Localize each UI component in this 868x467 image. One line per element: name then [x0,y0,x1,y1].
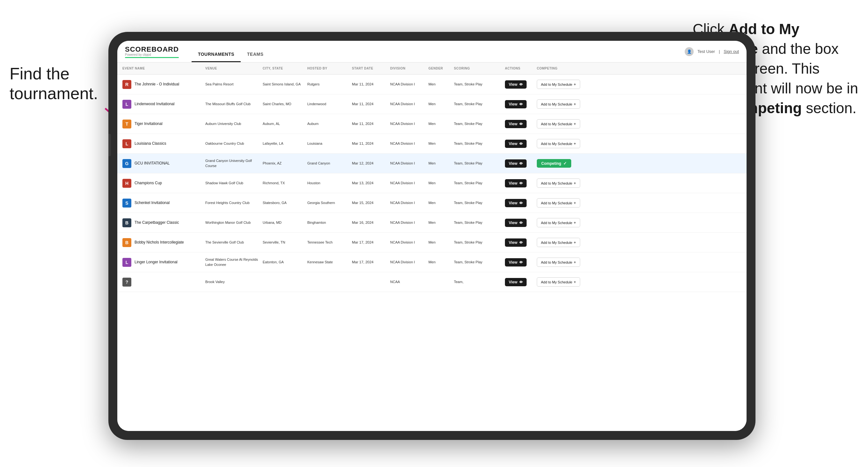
add-to-schedule-button[interactable]: Add to My Schedule + [537,80,580,89]
actions-cell: View 👁 [505,100,537,108]
scoring-cell: Team, Stroke Play [454,200,505,205]
annotation-left: Find the tournament. [9,64,121,103]
event-name-text: Bobby Nichols Intercollegiate [134,240,184,245]
user-name: Test User [698,49,715,54]
plus-icon: + [574,102,576,106]
view-button[interactable]: View 👁 [505,219,527,227]
plus-icon: + [574,181,576,186]
add-to-schedule-button[interactable]: Add to My Schedule + [537,257,580,267]
view-button[interactable]: View 👁 [505,199,527,207]
add-to-schedule-button[interactable]: Add to My Schedule + [537,99,580,109]
table-container: EVENT NAME VENUE CITY, STATE HOSTED BY S… [117,62,747,431]
venue-cell: Forest Heights Country Club [205,200,263,205]
actions-cell: View 👁 [505,120,537,128]
add-to-schedule-button[interactable]: Add to My Schedule + [537,218,580,227]
add-to-schedule-button[interactable]: Add to My Schedule + [537,238,580,247]
division-cell: NCAA Division I [390,240,428,245]
view-button[interactable]: View 👁 [505,120,527,128]
hosted-by-cell: Tennessee Tech [307,240,352,245]
table-row: G GCU INVITATIONAL Grand Canyon Universi… [117,154,747,174]
header-right: 👤 Test User | Sign out [685,47,739,56]
event-name-cell: L Lindenwood Invitational [122,100,205,109]
team-logo: B [122,218,131,227]
event-name-text: Tiger Invitational [134,121,162,127]
table-header-row: EVENT NAME VENUE CITY, STATE HOSTED BY S… [117,62,747,74]
plus-icon: + [574,260,576,264]
logo-area: SCOREBOARD Powered by clippd [125,45,179,58]
division-cell: NCAA Division I [390,82,428,87]
hosted-by-cell: Auburn [307,121,352,126]
scoring-cell: Team, Stroke Play [454,181,505,186]
tab-tournaments[interactable]: TOURNAMENTS [192,52,241,62]
event-name-cell: S Schenkel Invitational [122,198,205,208]
event-name-text: GCU INVITATIONAL [134,161,169,166]
view-button[interactable]: View 👁 [505,278,527,286]
view-button[interactable]: View 👁 [505,80,527,89]
add-to-schedule-button[interactable]: Add to My Schedule + [537,139,580,148]
view-button[interactable]: View 👁 [505,159,527,168]
venue-cell: The Missouri Bluffs Golf Club [205,102,263,106]
separator: | [719,49,720,54]
team-logo: L [122,139,131,148]
city-state-cell: Saint Charles, MO [263,102,307,106]
view-label: View [509,181,517,186]
add-to-schedule-button[interactable]: Add to My Schedule + [537,198,580,208]
team-logo: ? [122,278,131,287]
actions-cell: View 👁 [505,179,537,187]
view-button[interactable]: View 👁 [505,179,527,187]
venue-cell: Great Waters Course At Reynolds Lake Oco… [205,257,263,267]
view-button[interactable]: View 👁 [505,239,527,247]
user-avatar: 👤 [685,47,694,56]
actions-cell: View 👁 [505,258,537,267]
eye-icon: 👁 [519,102,523,106]
gender-cell: Men [428,240,454,245]
tab-teams[interactable]: TEAMS [241,52,270,62]
team-logo: L [122,100,131,109]
division-cell: NCAA Division I [390,181,428,186]
table-body: R The Johnnie - O Individual Sea Palms R… [117,74,747,431]
plus-icon: + [574,82,576,87]
hosted-by-cell: Rutgers [307,82,352,87]
scoring-cell: Team, [454,280,505,284]
competing-cell: Competing ✓ [537,159,600,168]
competing-cell: Add to My Schedule + [537,238,600,247]
gender-cell: Men [428,161,454,166]
signout-link[interactable]: Sign out [723,49,739,54]
table-row: T Tiger Invitational Auburn University C… [117,114,747,134]
eye-icon: 👁 [519,221,523,225]
scoring-cell: Team, Stroke Play [454,141,505,146]
venue-cell: Grand Canyon University Golf Course [205,158,263,168]
competing-cell: Add to My Schedule + [537,179,600,188]
add-schedule-label: Add to My Schedule [541,122,572,126]
division-cell: NCAA Division I [390,102,428,106]
event-name-text: Schenkel Invitational [134,200,169,206]
add-schedule-label: Add to My Schedule [541,241,572,245]
venue-cell: Worthington Manor Golf Club [205,220,263,225]
view-button[interactable]: View 👁 [505,258,527,267]
start-date-cell: Mar 12, 2024 [352,161,390,166]
add-to-schedule-button[interactable]: Add to My Schedule + [537,277,580,287]
add-to-schedule-button[interactable]: Add to My Schedule + [537,179,580,188]
view-button[interactable]: View 👁 [505,139,527,148]
start-date-cell: Mar 13, 2024 [352,180,390,186]
city-state-cell: Sevierville, TN [263,240,307,245]
plus-icon: + [574,280,576,284]
competing-button[interactable]: Competing ✓ [537,159,571,168]
table-row: L Louisiana Classics Oakbourne Country C… [117,134,747,154]
view-button[interactable]: View 👁 [505,100,527,108]
team-logo: H [122,179,131,188]
competing-cell: Add to My Schedule + [537,277,600,287]
start-date-cell: Mar 16, 2024 [352,220,390,225]
city-state-cell: Statesboro, GA [263,200,307,205]
city-state-cell: Phoenix, AZ [263,161,307,166]
competing-cell: Add to My Schedule + [537,218,600,227]
add-to-schedule-button[interactable]: Add to My Schedule + [537,119,580,128]
competing-cell: Add to My Schedule + [537,119,600,128]
tablet-screen: SCOREBOARD Powered by clippd TOURNAMENTS… [117,41,747,431]
team-logo: L [122,258,131,267]
gender-cell: Men [428,259,454,264]
division-cell: NCAA Division I [390,200,428,205]
col-event-name: EVENT NAME [122,67,205,70]
start-date-cell: Mar 11, 2024 [352,101,390,106]
view-label: View [509,280,517,284]
